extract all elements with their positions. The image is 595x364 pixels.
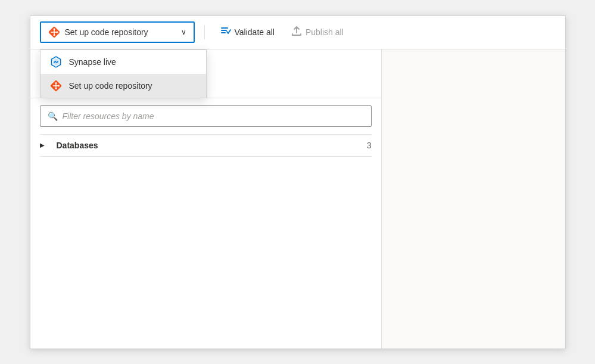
main-window: Set up code repository ∨ Validate all	[30, 15, 566, 349]
search-input[interactable]	[63, 111, 364, 121]
repo-dropdown-label: Set up code repository	[65, 27, 176, 37]
publish-all-label: Publish all	[306, 27, 344, 37]
dropdown-item-synapse-live[interactable]: Synapse live	[41, 50, 206, 74]
publish-all-button[interactable]: Publish all	[285, 21, 350, 43]
right-panel	[382, 49, 565, 349]
expand-icon: ▶	[40, 142, 49, 148]
repo-dropdown[interactable]: Set up code repository ∨	[40, 21, 195, 43]
svg-rect-4	[221, 27, 228, 29]
svg-point-12	[58, 85, 60, 86]
svg-point-3	[56, 32, 58, 33]
publish-icon	[291, 26, 302, 39]
resources-list: ▶ Databases 3	[30, 134, 381, 349]
databases-label: Databases	[57, 141, 367, 150]
dropdown-item-setup-repo[interactable]: Set up code repository	[41, 74, 206, 98]
svg-point-1	[53, 29, 55, 30]
git-icon	[48, 26, 60, 38]
setup-repo-label: Set up code repository	[69, 81, 152, 91]
validate-all-button[interactable]: Validate all	[214, 21, 281, 43]
search-container: 🔍	[30, 98, 381, 134]
synapse-live-label: Synapse live	[69, 57, 116, 67]
databases-count: 3	[367, 141, 372, 150]
search-box: 🔍	[40, 105, 372, 127]
svg-point-10	[55, 82, 57, 84]
svg-point-2	[53, 35, 55, 36]
synapse-icon	[50, 56, 62, 68]
databases-group[interactable]: ▶ Databases 3	[30, 135, 381, 156]
svg-rect-5	[221, 30, 227, 31]
svg-point-11	[55, 88, 57, 89]
chevron-down-icon: ∨	[181, 28, 186, 36]
validate-all-label: Validate all	[235, 27, 275, 37]
dropdown-menu: Synapse live Set up code repository	[40, 49, 207, 98]
resource-divider-bottom	[40, 156, 372, 157]
toolbar: Set up code repository ∨ Validate all	[30, 16, 565, 49]
toolbar-separator	[204, 25, 205, 39]
git-repo-icon	[50, 80, 62, 92]
search-icon: 🔍	[48, 111, 58, 121]
validate-icon	[220, 26, 231, 39]
svg-rect-6	[221, 32, 226, 33]
